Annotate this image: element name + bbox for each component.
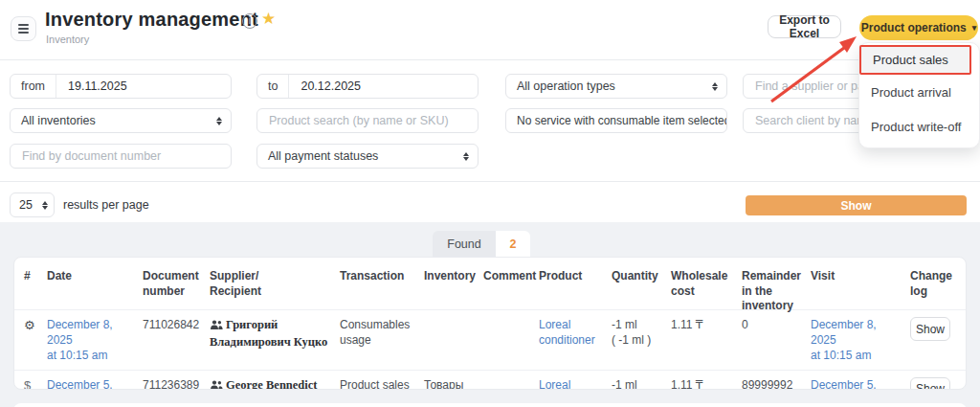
- info-icon[interactable]: i: [242, 13, 257, 29]
- table-row: ⚙ December 8, 2025 at 10:15 am 711026842…: [14, 309, 966, 370]
- date-to-field[interactable]: to 20.12.2025: [256, 74, 479, 99]
- row-product-link[interactable]: Loreal conditioner: [539, 317, 612, 364]
- inventory-management-page: Inventory management Inventory i ★ Expor…: [0, 0, 980, 407]
- per-page-select[interactable]: 25: [10, 192, 55, 217]
- row-document-number: 711026842: [143, 317, 210, 364]
- col-header-date: Date: [47, 269, 143, 314]
- select-updown-icon: [216, 117, 222, 125]
- row-comment: [483, 317, 539, 364]
- row-date-link[interactable]: December 5, 2025 at 02:30 pm: [47, 377, 143, 390]
- row-visit-link[interactable]: December 5, 2025 at 02:30 pm: [811, 377, 910, 390]
- changelog-show-button[interactable]: Show: [910, 377, 950, 390]
- menu-item-product-arrival[interactable]: Product arrival: [859, 75, 979, 109]
- per-page-label: results per page: [63, 198, 149, 212]
- row-visit-link[interactable]: December 8, 2025 at 10:15 am: [811, 317, 910, 364]
- select-updown-icon: [42, 201, 48, 210]
- page-title: Inventory management: [45, 9, 258, 31]
- menu-item-product-write-off[interactable]: Product write-off: [859, 109, 979, 144]
- date-from-value[interactable]: 19.11.2025: [56, 79, 139, 93]
- col-header-number: #: [24, 269, 47, 314]
- select-updown-icon: [712, 82, 718, 91]
- row-transaction: Consumables usage: [340, 317, 424, 364]
- row-wholesale-cost: 1.11 ₸: [671, 317, 742, 364]
- menu-item-product-sales[interactable]: Product sales: [859, 45, 971, 75]
- users-icon: [210, 378, 223, 390]
- service-consumable-select[interactable]: No service with consumable item selected: [505, 108, 727, 133]
- col-header-product: Product: [539, 269, 612, 314]
- operation-types-select[interactable]: All operation types: [505, 74, 727, 99]
- product-operations-menu: Product sales Product arrival Product wr…: [858, 42, 980, 148]
- next-section-card: [13, 403, 967, 407]
- col-header-inventory: Inventory: [424, 269, 483, 314]
- payment-statuses-select[interactable]: All payment statuses: [256, 144, 479, 169]
- favorite-star-icon[interactable]: ★: [261, 9, 276, 29]
- show-results-button[interactable]: Show: [746, 195, 967, 215]
- divider: [0, 59, 980, 60]
- date-from-field[interactable]: from 19.11.2025: [10, 74, 232, 99]
- row-quantity: -1 ml ( -1 ml ): [612, 377, 671, 390]
- col-header-supplier: Supplier/ Recipient: [210, 269, 340, 314]
- row-product-link[interactable]: Loreal conditioner: [539, 377, 612, 390]
- row-inventory: Товары: [424, 377, 483, 390]
- inventories-select[interactable]: All inventories: [10, 108, 232, 133]
- col-header-wholesale: Wholesale cost: [671, 269, 742, 314]
- col-header-transaction: Transaction: [340, 269, 424, 314]
- divider: [0, 181, 980, 182]
- row-remainder: 89999992: [742, 377, 811, 390]
- found-tab[interactable]: Found 2: [433, 231, 530, 257]
- date-to-value[interactable]: 20.12.2025: [289, 79, 372, 93]
- row-supplier: George Bennedict Junior Henry: [210, 377, 340, 390]
- select-updown-icon: [463, 152, 469, 161]
- col-header-remainder: Remainder in the inventory: [742, 269, 811, 314]
- breadcrumb: Inventory: [46, 34, 89, 45]
- results-table: # Date Document number Supplier/ Recipie…: [13, 257, 967, 390]
- gear-icon[interactable]: ⚙: [24, 318, 35, 332]
- product-search-field[interactable]: [256, 108, 479, 133]
- dollar-icon[interactable]: $: [24, 378, 31, 390]
- users-icon: [210, 318, 223, 334]
- document-number-field[interactable]: [10, 144, 232, 169]
- col-header-comment: Comment: [483, 269, 539, 314]
- table-header-row: # Date Document number Supplier/ Recipie…: [14, 258, 966, 309]
- document-number-input[interactable]: [11, 145, 231, 168]
- row-inventory: [424, 317, 483, 364]
- col-header-visit: Visit: [811, 269, 910, 314]
- row-supplier: Григорий Владимирович Куцко: [210, 317, 340, 364]
- product-operations-button[interactable]: Product operations ▾: [859, 15, 978, 40]
- menu-icon[interactable]: [11, 16, 36, 41]
- row-date-link[interactable]: December 8, 2025 at 10:15 am: [47, 317, 143, 364]
- col-header-quantity: Quantity: [612, 269, 671, 314]
- found-count-badge[interactable]: 2: [496, 231, 530, 257]
- product-search-input[interactable]: [257, 109, 478, 132]
- row-document-number: 711236389: [143, 377, 210, 390]
- chevron-down-icon: ▾: [972, 23, 977, 33]
- row-remainder: 0: [742, 317, 811, 364]
- row-transaction: Product sales: [340, 377, 424, 390]
- col-header-document: Document number: [143, 269, 210, 314]
- row-quantity: -1 ml ( -1 ml ): [612, 317, 671, 364]
- row-comment: [483, 377, 539, 390]
- col-header-changelog: Change log: [910, 269, 958, 314]
- found-tab-label[interactable]: Found: [433, 231, 496, 257]
- table-row: $ December 5, 2025 at 02:30 pm 711236389…: [14, 370, 966, 390]
- export-to-excel-button[interactable]: Export to Excel: [768, 15, 841, 38]
- row-wholesale-cost: 1.11 ₸: [671, 377, 742, 390]
- changelog-show-button[interactable]: Show: [910, 317, 950, 341]
